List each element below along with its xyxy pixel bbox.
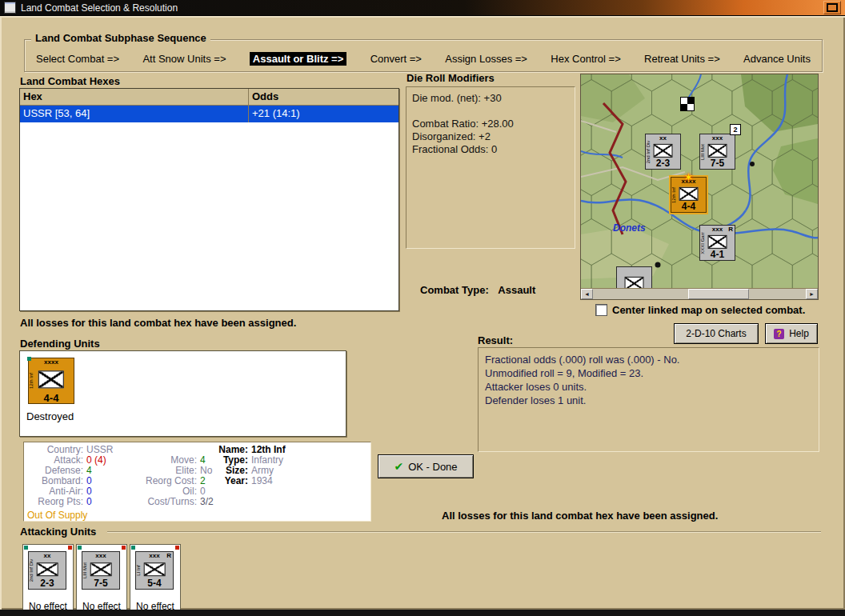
window-control-button[interactable]	[823, 1, 841, 14]
combat-type-value: Assault	[498, 284, 535, 296]
sequence-step-assign-losses: Assign Losses =>	[445, 53, 527, 65]
map-horizontal-scrollbar[interactable]: ◄ ►	[581, 288, 818, 299]
attacking-unit-slot[interactable]: R xxx LI Inf 5-4 No effect	[130, 544, 181, 614]
center-map-checkbox[interactable]	[595, 304, 607, 316]
die-roll-modifiers-box: Die mod. (net): +30 Combat Ratio: +28.00…	[406, 86, 575, 249]
combat-type-label: Combat Type:	[420, 284, 489, 296]
sequence-step-select-combat: Select Combat =>	[36, 53, 119, 65]
attacking-unit-counter[interactable]: xx 2nd Inf Div 2-3	[28, 551, 66, 590]
window-glyph-icon	[827, 3, 838, 12]
help-button-label: Help	[789, 328, 809, 339]
map-unit-counter[interactable]: xxx LIII Mot 7-5	[699, 134, 735, 170]
window-title: Land Combat Selection & Resolution	[21, 2, 178, 14]
disorganized-dot-icon	[68, 546, 72, 550]
attacking-unit-slot[interactable]: xxx LIII Mot 7-5 No effect	[76, 544, 127, 614]
unit-strength-label: 7-5	[700, 158, 735, 169]
unit-strength-label: 7-5	[82, 578, 119, 589]
infantry-symbol-icon	[37, 562, 58, 576]
charts-button-label: 2-D-10 Charts	[686, 328, 746, 339]
map-unit-counter[interactable]: xx 2nd Inf Div 2-3	[645, 134, 681, 170]
attacking-unit-counter[interactable]: xxx LIII Mot 7-5	[82, 551, 120, 590]
combat-odds-cell: +21 (14:1)	[249, 106, 398, 122]
infantry-symbol-icon	[624, 277, 644, 288]
attacking-units-divider	[107, 531, 821, 533]
app-icon	[4, 2, 16, 14]
detail-value-year: 1934	[251, 476, 273, 486]
result-line: Defender loses 1 unit.	[485, 394, 812, 407]
losses-assigned-message-right: All losses for this land combat hex have…	[442, 510, 718, 522]
sequence-step-retreat-units: Retreat Units =>	[644, 53, 720, 65]
map-unit-counter[interactable]: R xxx XXXI Garr 4-1	[699, 225, 735, 261]
unit-name-side-label: LIII Mot	[700, 143, 705, 159]
explosion-icon: ✶	[683, 170, 694, 185]
die-mod-net-line: Die mod. (net): +30	[412, 92, 569, 105]
section-title-defending-units: Defending Units	[20, 338, 100, 350]
supply-dot-icon	[131, 546, 135, 550]
result-line: Fractional odds (.000) roll was (.000) -…	[485, 353, 812, 366]
unit-strength-label: 4-1	[700, 250, 735, 260]
combat-hex-cell: USSR [53, 64]	[20, 106, 249, 122]
map-unit-counter-selected[interactable]: ✶ xxxx 12th Inf 4-4	[671, 177, 707, 213]
disorganized-line: Disorganized: +2	[412, 130, 569, 143]
window-body: Land Combat Subphase Sequence Select Com…	[0, 16, 845, 610]
unit-name-side-label: LIII Mot	[82, 562, 87, 578]
sequence-groupbox: Land Combat Subphase Sequence Select Com…	[24, 39, 823, 72]
ok-done-button[interactable]: ✔ OK - Done	[378, 454, 474, 478]
help-button[interactable]: ? Help	[765, 323, 818, 344]
infantry-symbol-icon	[653, 144, 673, 157]
scroll-left-button[interactable]: ◄	[581, 289, 593, 299]
check-icon: ✔	[394, 460, 403, 473]
unit-strength-label: 2-3	[646, 158, 680, 169]
unit-size-label: xxx	[82, 553, 119, 559]
section-title-land-combat-hexes: Land Combat Hexes	[20, 75, 120, 87]
sequence-title: Land Combat Subphase Sequence	[31, 32, 210, 44]
combat-hexes-header: Hex Odds	[20, 89, 398, 106]
combat-type: Combat Type: Assault	[420, 284, 535, 296]
infantry-symbol-icon	[90, 562, 112, 576]
infantry-symbol-icon	[707, 235, 727, 248]
unit-strength-label: 4-4	[671, 202, 706, 212]
desktop-edge-strip	[0, 610, 845, 616]
scrollbar-thumb[interactable]	[688, 289, 749, 299]
infantry-symbol-icon	[38, 371, 64, 388]
detail-value-cost-turns: 3/2	[200, 497, 214, 507]
sequence-step-advance-units: Advance Units	[743, 53, 811, 65]
app-window: Land Combat Selection & Resolution Land …	[0, 0, 845, 616]
charts-button[interactable]: 2-D-10 Charts	[674, 323, 759, 344]
defending-unit-counter[interactable]: xxxx 12th Inf 4-4	[28, 358, 74, 404]
unit-name-side-label: 12th Inf	[29, 373, 34, 389]
unit-size-label: xxx	[700, 226, 735, 233]
stack-count-badge: 2	[730, 124, 741, 135]
detail-label-year: Year:	[214, 476, 251, 486]
supply-dot-icon	[27, 357, 31, 361]
unit-size-label: xx	[646, 135, 680, 142]
unit-details-panel: Country:USSR Attack:0 (4) Defense:4 Bomb…	[23, 442, 371, 522]
sequence-step-att-snow-units: Att Snow Units =>	[142, 53, 226, 65]
scroll-right-button[interactable]: ►	[806, 289, 818, 299]
map-unit-counter-partial[interactable]	[616, 266, 652, 288]
combat-hexes-table: Hex Odds USSR [53, 64] +21 (14:1)	[19, 88, 399, 311]
result-line: Unmodified roll = 9, Modified = 23.	[485, 366, 812, 380]
attacking-unit-counter[interactable]: R xxx LI Inf 5-4	[135, 551, 174, 590]
result-line: Attacker loses 0 units.	[485, 380, 812, 394]
unit-strength-label: 2-3	[29, 578, 66, 589]
losses-assigned-message-left: All losses for this land combat hex have…	[20, 317, 296, 329]
defending-units-panel: xxxx 12th Inf 4-4 Destroyed	[19, 350, 346, 437]
column-header-odds: Odds	[249, 89, 398, 105]
detail-label: Cost/Turns:	[128, 497, 200, 507]
unit-size-label: xxx	[136, 553, 173, 559]
attacking-unit-slot[interactable]: xx 2nd Inf Div 2-3 No effect	[22, 544, 74, 614]
linked-minimap[interactable]: Donets 2 xx 2nd Inf Div 2-3 xxx LIII Mot…	[580, 74, 819, 300]
column-header-hex: Hex	[20, 89, 249, 105]
fractional-odds-line: Fractional Odds: 0	[412, 143, 569, 156]
map-viewport[interactable]: Donets 2 xx 2nd Inf Div 2-3 xxx LIII Mot…	[581, 74, 818, 288]
unit-strength-label: 4-4	[29, 393, 74, 403]
unit-size-label: xxx	[700, 135, 735, 142]
infantry-symbol-icon	[707, 144, 727, 157]
scrollbar-track[interactable]	[593, 289, 806, 299]
supply-status: Out Of Supply	[27, 510, 87, 521]
combat-hex-row[interactable]: USSR [53, 64] +21 (14:1)	[20, 106, 398, 122]
help-icon: ?	[774, 329, 784, 339]
disorganized-dot-icon	[122, 546, 126, 550]
unit-strength-label: 5-4	[136, 578, 173, 589]
